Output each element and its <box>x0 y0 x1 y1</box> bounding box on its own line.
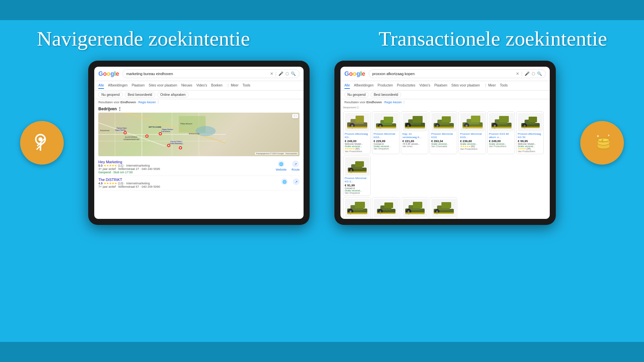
search-bar-left[interactable]: marketing bureau eindhoven ✕ | 🎤 ⬡ 🔍 <box>122 69 300 78</box>
product-card-8[interactable]: Proxxon Micromat KG S... € 91,99 Conrad.… <box>343 156 371 196</box>
svg-text:✦: ✦ <box>596 134 599 138</box>
product-card-6[interactable]: Proxxon KGS 80 afkort- e... € 249,00 Gra… <box>487 111 515 154</box>
product-stars-5: ★★★★★ (82) <box>460 145 484 148</box>
tab-meer-right[interactable]: ⋮ Meer <box>484 82 496 89</box>
product-price-7: € 99,95 <box>518 139 542 143</box>
product-card-7[interactable]: Proxxon Afkortzaag KG 50 € 99,95 Wetroni… <box>516 111 544 154</box>
svg-text:VONDERKWARTIER: VONDERKWARTIER <box>123 138 140 140</box>
image-search-right[interactable]: ⬡ <box>532 71 535 76</box>
left-tablet-screen: Google marketing bureau eindhoven ✕ | 🎤 … <box>94 67 304 219</box>
website-button-2[interactable]: 🌐 <box>281 178 288 185</box>
filter-online-left[interactable]: Online afspraken <box>157 92 189 98</box>
route-icon-2: ↗ <box>293 178 300 185</box>
saw-svg-6 <box>490 114 513 131</box>
product-img-7 <box>518 113 543 131</box>
product-card-5[interactable]: Proxxon Micromat KGS... € 236,60 Gratis … <box>459 111 486 154</box>
svg-rect-42 <box>347 127 367 128</box>
mic-icon-left[interactable]: 🎤 <box>278 71 283 76</box>
regio-kiezen-right[interactable]: Regio kiezen <box>384 101 402 104</box>
filter-bestbeoordeeld-left[interactable]: Best beoordeeld <box>125 92 155 98</box>
svg-point-36 <box>180 147 181 148</box>
product-img-r2-2 <box>374 199 398 217</box>
map-area: WITTE DAME Philips Museum Stripsestraat … <box>98 113 300 156</box>
clear-search-left[interactable]: ✕ <box>270 71 273 76</box>
filter-bestbeoordeeld-right[interactable]: Best beoordeeld <box>371 92 401 98</box>
products-grid-row2: Proxxon Afkortzaag KGS... Van Producther… <box>340 197 550 219</box>
product-shipping-7: Gratis verzend... <box>518 145 542 147</box>
svg-point-70 <box>494 125 496 127</box>
business-name-2[interactable]: The DiSTRiKT <box>98 178 160 182</box>
product-from-4: Van Channable <box>431 145 455 147</box>
svg-point-52 <box>407 125 409 127</box>
business-rating-2: 4.9 ★★★★★ (13) · Internetmarketing <box>98 182 160 185</box>
product-price-4: € 263,34 <box>431 139 455 143</box>
tab-afbeeldingen-left[interactable]: Afbeeldingen <box>108 82 127 89</box>
route-button-2[interactable]: ↗ <box>293 178 300 185</box>
tab-afbeeldingen-right[interactable]: Afbeeldingen <box>354 82 373 89</box>
google-header-right: Google proxxon afkortzaag kopen ✕ | 🎤 ⬡ … <box>340 67 550 81</box>
product-name-7: Proxxon Afkortzaag KG 50 <box>518 132 542 139</box>
saw-svg-7 <box>519 114 542 131</box>
product-img-r2-1 <box>345 199 370 217</box>
filter-row-right: Nu geopend Best beoordeeld <box>340 90 550 99</box>
product-card-r2-3[interactable]: Proxxon afkortzaag KGS... Van Producther… <box>401 197 428 219</box>
results-info-right: Resultaten voor Eindhoven · Regio kiezen… <box>340 99 550 105</box>
tab-producten-right[interactable]: Producten <box>378 82 393 89</box>
website-button-1[interactable]: 🌐 Website <box>276 161 286 171</box>
product-card-2[interactable]: Proxxon Micromat KGS... € 229,99 Conrad.… <box>372 111 399 154</box>
product-img-2 <box>374 113 398 131</box>
svg-text:Full-service...: Full-service... <box>161 130 171 132</box>
tab-videos-right[interactable]: Video's <box>419 82 430 89</box>
product-card-r2-4[interactable]: Proxxon Micromot KGS 80 Afkort- e... Van… <box>430 197 457 219</box>
product-name-2: Proxxon Micromat KGS... <box>374 132 398 139</box>
search-go-left[interactable]: 🔍 <box>291 71 296 76</box>
route-button-1[interactable]: ↗ Route <box>291 161 300 171</box>
website-icon-2: 🌐 <box>281 178 288 185</box>
tab-alle-right[interactable]: Alle <box>344 82 350 89</box>
left-google-ui: Google marketing bureau eindhoven ✕ | 🎤 … <box>94 67 304 219</box>
tab-alle-left[interactable]: Alle <box>98 82 104 89</box>
tab-plaatsen-left[interactable]: Plaatsen <box>131 82 145 89</box>
product-card-1[interactable]: Proxxon Afkortzaag KG... € 249,00 Wetron… <box>343 111 371 154</box>
product-img-4 <box>431 113 456 131</box>
product-card-3[interactable]: Kap- en verstekzaag K... € 221,65 +€ 6,9… <box>401 111 428 154</box>
map-expand-btn[interactable]: ⛶ <box>292 114 298 118</box>
map-streets-svg: WITTE DAME Philips Museum Stripsestraat … <box>98 113 300 156</box>
product-name-r2-1: Proxxon Afkortzaag KGS... <box>345 218 369 219</box>
image-search-left[interactable]: ⬡ <box>285 71 289 76</box>
tab-productsites-right[interactable]: Productsites <box>397 82 415 89</box>
tab-nieuws-left[interactable]: Nieuws <box>181 82 192 89</box>
product-card-4[interactable]: Proxxon Micromat KGS € 263,34 Gratis ver… <box>430 111 457 154</box>
filter-nugeopend-right[interactable]: Nu geopend <box>344 92 369 98</box>
clear-search-right[interactable]: ✕ <box>516 71 519 76</box>
svg-point-40 <box>351 125 353 127</box>
filter-nugeopend-left[interactable]: Nu geopend <box>98 92 123 98</box>
tab-sites-left[interactable]: Sites voor plaatsen <box>149 82 177 89</box>
svg-rect-107 <box>441 202 451 208</box>
business-meta-2: 7+ jaar actief · Willemstraat 57 · 040 2… <box>98 185 160 188</box>
saw-svg-r2-1 <box>345 200 369 217</box>
product-img-3 <box>402 113 427 131</box>
tab-plaatsen-right[interactable]: Plaatsen <box>434 82 447 89</box>
right-tablet: Google proxxon afkortzaag kopen ✕ | 🎤 ⬡ … <box>334 61 556 225</box>
tab-tools-right[interactable]: Tools <box>500 82 507 89</box>
search-go-right[interactable]: 🔍 <box>537 71 542 76</box>
tab-sites-right[interactable]: Sites voor plaatsen <box>451 82 480 89</box>
product-card-r2-1[interactable]: Proxxon Afkortzaag KGS... Van Producther… <box>343 197 371 219</box>
mic-icon-right[interactable]: 🎤 <box>525 71 530 76</box>
left-icon-circle <box>20 121 64 165</box>
website-label-1: Website <box>276 168 286 171</box>
tab-videos-left[interactable]: Video's <box>196 82 207 89</box>
svg-text:WITTE DAME: WITTE DAME <box>149 126 161 128</box>
content-area: Navigerende zoekintentie Transactionele … <box>0 20 644 362</box>
tab-boeken-left[interactable]: Boeken <box>211 82 223 89</box>
product-shop-8: Conrad.nl <box>345 187 369 189</box>
product-card-r2-2[interactable]: Proxxon Afkortzaag KG 50 Van Producthero <box>372 197 399 219</box>
tab-tools-left[interactable]: Tools <box>243 82 250 89</box>
svg-point-58 <box>436 125 438 127</box>
search-bar-right[interactable]: proxxon afkortzaag kopen ✕ | 🎤 ⬡ 🔍 <box>369 69 546 78</box>
regio-kiezen-left[interactable]: Regio kiezen <box>138 101 156 104</box>
tab-meer-left[interactable]: ⋮ Meer <box>226 82 238 89</box>
business-name-1[interactable]: Hey Marketing <box>98 160 160 164</box>
product-name-3: Kap- en verstekzaag K... <box>402 132 427 139</box>
